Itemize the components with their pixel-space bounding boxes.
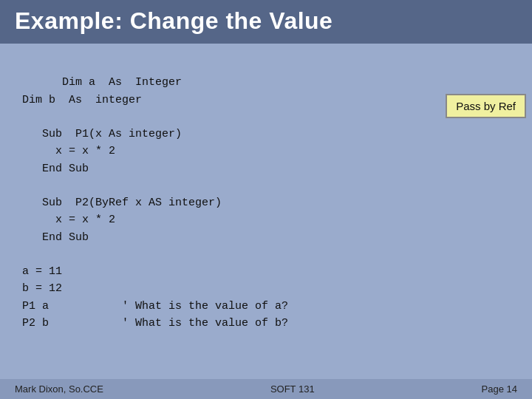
slide-footer: Mark Dixon, So.CCE SOFT 131 Page 14 — [0, 379, 532, 399]
title-bar: Example: Change the Value — [0, 0, 532, 44]
footer-author: Mark Dixon, So.CCE — [15, 383, 103, 395]
slide-content: Dim a As Integer Dim b As integer Sub P1… — [0, 51, 532, 379]
slide-title: Example: Change the Value — [15, 7, 517, 35]
pass-by-ref-badge: Pass by Ref — [446, 94, 526, 118]
code-block: Dim a As Integer Dim b As integer Sub P1… — [22, 57, 510, 349]
slide: Example: Change the Value Dim a As Integ… — [0, 0, 532, 399]
footer-course: SOFT 131 — [270, 383, 315, 395]
footer-page: Page 14 — [482, 383, 517, 395]
